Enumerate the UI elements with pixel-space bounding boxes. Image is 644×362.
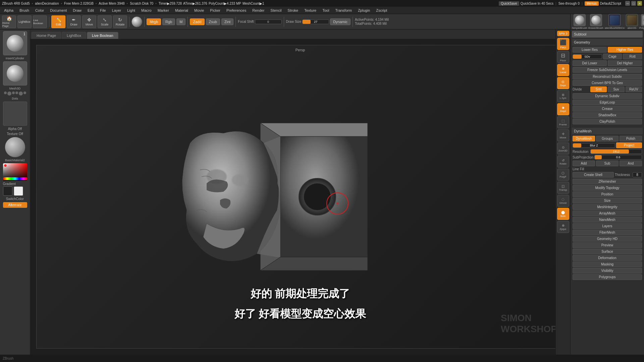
sub-btn[interactable]: Sub (596, 161, 619, 166)
convert-bpr-btn[interactable]: Convert BPR To Geo (573, 80, 642, 86)
menu-transform[interactable]: Transform (332, 8, 355, 13)
cage-btn[interactable]: Cage (603, 54, 622, 59)
scale-btn[interactable]: ⤡ Scale (98, 15, 112, 28)
claypolish-btn[interactable]: ClayPolish (573, 119, 642, 124)
brush2-thumb[interactable] (3, 61, 27, 85)
material-sphere[interactable] (5, 137, 25, 157)
dynamic-btn[interactable]: Dynamic (330, 18, 351, 25)
brush-polymesh[interactable]: PolyMesh3D (639, 14, 644, 29)
sdiv-slider[interactable]: SDv (573, 54, 602, 59)
brush-simple[interactable]: SimpleBrush (572, 14, 587, 29)
zint-btn[interactable]: Zint (221, 18, 233, 25)
rotate-btn[interactable]: ↻ Rotate (113, 15, 127, 28)
modify-topology-btn[interactable]: Modify Topology (573, 185, 642, 191)
m-btn[interactable]: M (176, 18, 185, 25)
create-shell-btn[interactable]: Create Shell (573, 172, 614, 178)
transp-btn[interactable]: ◫ Transp (557, 182, 569, 194)
quicksave-btn[interactable]: QuickSave (499, 1, 519, 6)
masking-btn[interactable]: Masking (573, 261, 642, 267)
ghost-btn[interactable]: ◌ Ghost (557, 195, 569, 207)
crease-btn[interactable]: Crease (573, 106, 642, 112)
reconstruct-subdiv-btn[interactable]: Reconstruct Subdiv (573, 74, 642, 79)
menu-movie[interactable]: Movie (192, 8, 207, 13)
menu-color[interactable]: Color (33, 8, 47, 13)
lightbox-btn[interactable]: LightBox (17, 15, 32, 28)
spix-box[interactable]: SPix 3 (557, 31, 569, 36)
menu-macro[interactable]: Macro (139, 8, 154, 13)
move-view-btn[interactable]: ✛ Move (557, 129, 569, 141)
swatch-light[interactable] (14, 186, 23, 196)
color-picker[interactable] (3, 163, 27, 181)
brush-alien-bust[interactable]: alienBustWithCo (605, 14, 625, 29)
zsub-btn[interactable]: Zsub (206, 18, 220, 25)
menu-tool[interactable]: Tool (320, 8, 332, 13)
menu-alpha[interactable]: Alpha (1, 8, 16, 13)
reui-btn[interactable]: ReUV (626, 86, 642, 92)
geometry-header[interactable]: Geometry (572, 39, 643, 46)
zadd-btn[interactable]: Zadd (190, 18, 204, 25)
zpipe-btn[interactable]: ⊗ Zpipe (557, 221, 569, 233)
mesh-integrity-btn[interactable]: MeshIntegrity (573, 204, 642, 210)
default-zscript[interactable]: DefaultZScript (600, 2, 621, 5)
menu-zplugin[interactable]: Zplugin (355, 8, 373, 13)
zoom3d-btn[interactable]: ⊙ Zoom3D (557, 142, 569, 155)
draw-btn[interactable]: ✒ Draw (67, 15, 81, 28)
edgeloop-btn[interactable]: EdgeLoop (573, 100, 642, 105)
zremesher-btn[interactable]: ZRemesher (573, 179, 642, 184)
material-preview[interactable] (131, 16, 142, 27)
focal-slider[interactable]: 0 (255, 19, 282, 24)
polygroups-btn[interactable]: Polygroups (573, 274, 642, 280)
geometry-hd-btn[interactable]: Geometry HD (573, 236, 642, 242)
home-page-btn[interactable]: 🏠 Home Page (2, 15, 16, 28)
preview-btn[interactable]: Preview (573, 242, 642, 248)
lower-res-btn[interactable]: Lower Res (573, 47, 607, 53)
suv-btn[interactable]: Suv (608, 86, 624, 92)
layers-btn[interactable]: Layers (573, 223, 642, 229)
edit-btn[interactable]: ✏️ Edit (51, 15, 65, 28)
position-btn[interactable]: Position (573, 191, 642, 197)
nano-mesh-btn[interactable]: NanoMesh (573, 217, 642, 223)
tab-home[interactable]: Home Page (32, 32, 61, 39)
array-mesh-btn[interactable]: ArrayMesh (573, 210, 642, 216)
menu-picker[interactable]: Picker (207, 8, 223, 13)
menu-edit[interactable]: Edit (85, 8, 97, 13)
project-btn[interactable]: Project (616, 142, 642, 148)
menu-material[interactable]: Material (172, 8, 191, 13)
polish-btn[interactable]: Polish (620, 136, 642, 141)
menu-texture[interactable]: Texture (302, 8, 319, 13)
gxyz-btn[interactable]: ◎ Gxyz (557, 77, 569, 89)
win-min[interactable]: ─ (625, 1, 630, 6)
shadowbox-btn[interactable]: ShadowBox (573, 112, 642, 118)
move-btn[interactable]: ✥ Move (82, 15, 96, 28)
rgb-btn[interactable]: Rgb (162, 18, 175, 25)
win-close[interactable]: ✕ (637, 1, 642, 6)
del-lower-btn[interactable]: Del Lower (573, 60, 607, 66)
viewport[interactable]: Persp (36, 45, 564, 349)
tab-lightbox[interactable]: LightBox (62, 32, 86, 39)
live-boolean-btn[interactable]: Live Boolean (33, 15, 47, 28)
tab-live-boolean[interactable]: Live Boolean (87, 32, 118, 39)
brush1-thumb[interactable]: 1 (3, 31, 27, 55)
fiber-mesh-btn[interactable]: FiberMesh (573, 230, 642, 235)
swatch-dark[interactable] (3, 186, 12, 196)
blur-slider[interactable]: Blur Z (573, 143, 615, 148)
smt-btn[interactable]: Smt (590, 86, 607, 92)
groups-btn[interactable]: Groups (596, 136, 619, 141)
rotate-view-btn[interactable]: ↺ Rotate (557, 156, 569, 168)
menu-layer[interactable]: Layer (109, 8, 124, 13)
mrgb-btn[interactable]: Mrgb (147, 18, 161, 25)
menu-preferences[interactable]: Preferences (224, 8, 249, 13)
floor-btn[interactable]: ⊟ Floor (557, 51, 569, 63)
draw-size-slider[interactable]: 27 (302, 19, 329, 24)
size-btn[interactable]: Size (573, 198, 642, 203)
dynamesh-btn[interactable]: DynaMesh (573, 136, 595, 141)
local-btn[interactable]: ⊕ Local (557, 64, 569, 76)
menu-zscript[interactable]: Zscript (373, 8, 390, 13)
dynamesh-header[interactable]: DynaMesh (572, 128, 643, 134)
brush-eraser[interactable]: EraserBrush (588, 14, 603, 29)
higher-res-btn[interactable]: Higher Res (608, 47, 642, 53)
frame-btn[interactable]: ⬚ Frame (557, 116, 569, 128)
resolution-slider[interactable]: 1912 (590, 149, 642, 154)
polyf-btn[interactable]: ⬡ PolyF (557, 169, 569, 181)
deformation-btn[interactable]: Deformation (573, 255, 642, 261)
